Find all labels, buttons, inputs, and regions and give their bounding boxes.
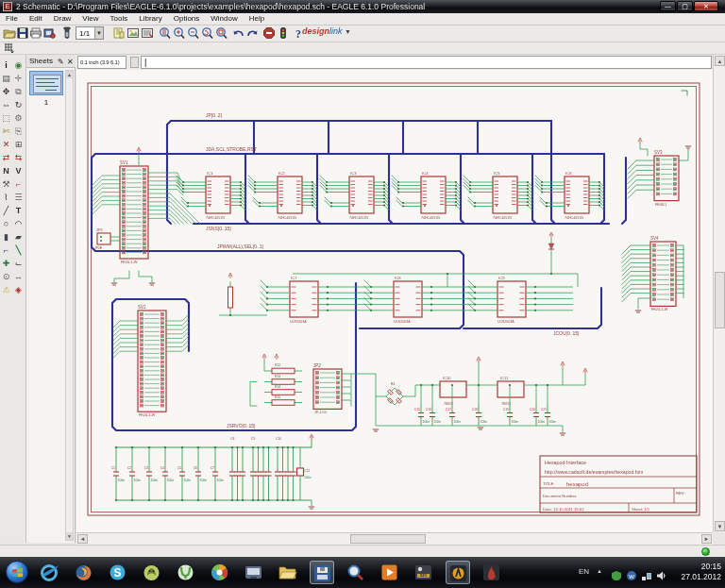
command-line-input[interactable]: | xyxy=(141,56,712,69)
sheets-close-icon[interactable]: ✕ xyxy=(67,56,74,68)
taskbar-clock[interactable]: 20:15 27.01.2012 xyxy=(681,562,721,582)
open-icon[interactable] xyxy=(2,26,16,41)
stop-icon[interactable] xyxy=(261,26,276,41)
language-indicator[interactable]: EN xyxy=(579,567,589,576)
taskbar-media-player-classic[interactable] xyxy=(378,561,402,584)
script-editor-icon[interactable] xyxy=(140,26,154,41)
taskbar-emule[interactable] xyxy=(140,561,164,584)
menu-draw[interactable]: Draw xyxy=(48,13,77,25)
use-library-icon[interactable] xyxy=(126,26,140,41)
svg-text:C22: C22 xyxy=(304,469,310,473)
sheets-edit-icon[interactable]: ✎ xyxy=(58,56,64,68)
svg-text:321: 321 xyxy=(420,573,428,578)
svg-text:100n: 100n xyxy=(538,420,546,424)
schematic-bus-lines xyxy=(92,121,626,430)
zoom-redraw-icon[interactable] xyxy=(199,26,213,41)
designlink-caret-icon[interactable]: ▼ xyxy=(345,28,351,35)
taskbar-explorer-folder[interactable] xyxy=(276,561,300,584)
scroll-down-icon[interactable]: ▼ xyxy=(715,521,725,531)
svg-text:100u: 100u xyxy=(304,476,312,479)
taskbar-winamp[interactable] xyxy=(480,561,504,584)
svg-text:74HC4051N: 74HC4051N xyxy=(421,216,440,220)
taskbar-utorrent[interactable] xyxy=(174,561,198,584)
svg-text:SV3: SV3 xyxy=(654,150,663,155)
grid-icon[interactable] xyxy=(2,42,16,56)
command-assist-button[interactable] xyxy=(130,57,139,68)
title-bar[interactable]: E 2 Schematic - D:\Program Files\EAGLE-6… xyxy=(0,0,725,13)
vertical-scrollbar[interactable]: ▲ ▼ xyxy=(713,55,725,532)
maximize-button[interactable]: ▢ xyxy=(677,1,693,11)
tool-errors-icon[interactable]: ◈ xyxy=(12,284,25,296)
taskbar-firefox[interactable] xyxy=(72,561,96,584)
menu-options[interactable]: Options xyxy=(168,13,206,25)
taskbar-vmware[interactable] xyxy=(242,561,266,584)
horizontal-scroll-thumb[interactable] xyxy=(350,534,426,544)
menu-library[interactable]: Library xyxy=(133,13,167,25)
schematic-canvas[interactable]: JP[0..2]JDA,SCL,STROBE,RSTJSNS[0..15]JPW… xyxy=(76,70,713,532)
svg-text:100n: 100n xyxy=(481,420,488,424)
parameter-toolbar xyxy=(0,42,725,55)
svg-text:Date: 13.10.2011 15:02: Date: 13.10.2011 15:02 xyxy=(543,507,584,512)
designlink-button[interactable]: designlink ▼ xyxy=(302,26,351,36)
sheets-scroll-down-icon[interactable]: ▼ xyxy=(66,532,73,540)
menu-view[interactable]: View xyxy=(76,13,104,25)
tray-volume-icon[interactable] xyxy=(657,567,666,577)
zoom-out-icon[interactable] xyxy=(185,26,199,41)
taskbar-internet-explorer[interactable] xyxy=(38,561,62,584)
taskbar-msn-messenger[interactable] xyxy=(208,561,232,584)
svg-text:S: S xyxy=(113,566,121,580)
action-toolbar: 1/1 ▼ designlink ▼ ? xyxy=(0,25,725,42)
zoom-level-combo[interactable]: 1/1 ▼ xyxy=(76,26,104,40)
save-icon[interactable] xyxy=(15,26,29,41)
vertical-scroll-thumb[interactable] xyxy=(715,272,725,328)
sheets-panel-header[interactable]: Sheets ✎ ✕ xyxy=(26,55,76,68)
menu-window[interactable]: Window xyxy=(205,13,243,25)
svg-text:C10: C10 xyxy=(276,437,281,441)
tool-erc-icon[interactable]: ⚠ xyxy=(0,284,12,296)
sheets-scrollbar[interactable]: ▲ ▼ xyxy=(65,70,74,541)
svg-text:C18: C18 xyxy=(472,408,478,412)
taskbar-klite-321[interactable]: 321 xyxy=(412,561,436,584)
svg-text:100n: 100n xyxy=(454,420,462,424)
tray-webmoney-icon[interactable]: W xyxy=(627,567,636,577)
taskbar-search[interactable] xyxy=(344,561,368,584)
print-icon[interactable] xyxy=(28,26,42,41)
run-script-icon[interactable] xyxy=(59,26,74,41)
zoom-in-icon[interactable] xyxy=(171,26,185,41)
taskbar-skype[interactable]: S xyxy=(106,561,130,584)
scroll-left-icon[interactable]: ◄ xyxy=(77,534,88,544)
tray-antivirus-icon[interactable] xyxy=(612,567,621,577)
horizontal-scrollbar[interactable]: ◄ ► xyxy=(76,532,713,545)
tray-network-icon[interactable] xyxy=(642,567,651,577)
menu-file[interactable]: File xyxy=(0,13,24,25)
start-button[interactable] xyxy=(6,561,28,583)
menu-help[interactable]: Help xyxy=(244,13,270,25)
cam-processor-icon[interactable] xyxy=(42,26,56,41)
help-icon[interactable]: ? xyxy=(291,26,305,41)
redo-icon[interactable] xyxy=(244,26,259,41)
sheet-thumbnail-selected[interactable] xyxy=(29,71,63,95)
undo-icon[interactable] xyxy=(231,26,245,41)
sheets-panel: Sheets ✎ ✕ 1 ▲ ▼ xyxy=(26,55,76,543)
zoom-fit-icon[interactable] xyxy=(157,26,171,41)
svg-text:Sheet: 1/1: Sheet: 1/1 xyxy=(632,507,650,512)
svg-text:JCOU[0..15]: JCOU[0..15] xyxy=(553,330,580,336)
close-button[interactable]: ✕ xyxy=(694,1,718,11)
menu-edit[interactable]: Edit xyxy=(24,13,48,25)
scroll-up-icon[interactable]: ▲ xyxy=(715,56,725,66)
svg-text:ULN2003A: ULN2003A xyxy=(394,320,411,324)
combo-dropdown-icon[interactable]: ▼ xyxy=(94,27,103,39)
taskbar-aimp[interactable] xyxy=(446,561,470,584)
svg-text:IC8: IC8 xyxy=(395,276,401,280)
windows-taskbar: EN ▲ 20:15 27.01.2012 W S321 xyxy=(0,557,725,588)
minimize-button[interactable]: — xyxy=(660,1,676,11)
sheet-list-icon[interactable] xyxy=(111,26,126,41)
scroll-right-icon[interactable]: ► xyxy=(701,534,712,544)
taskbar-total-commander[interactable] xyxy=(310,561,334,584)
svg-text:JP1: JP1 xyxy=(96,227,104,232)
sheets-scroll-up-icon[interactable]: ▲ xyxy=(66,71,73,78)
go-icon[interactable] xyxy=(276,26,290,41)
menu-tools[interactable]: Tools xyxy=(105,13,134,25)
zoom-select-icon[interactable] xyxy=(213,26,228,41)
tray-chevron-icon[interactable]: ▲ xyxy=(597,568,602,574)
